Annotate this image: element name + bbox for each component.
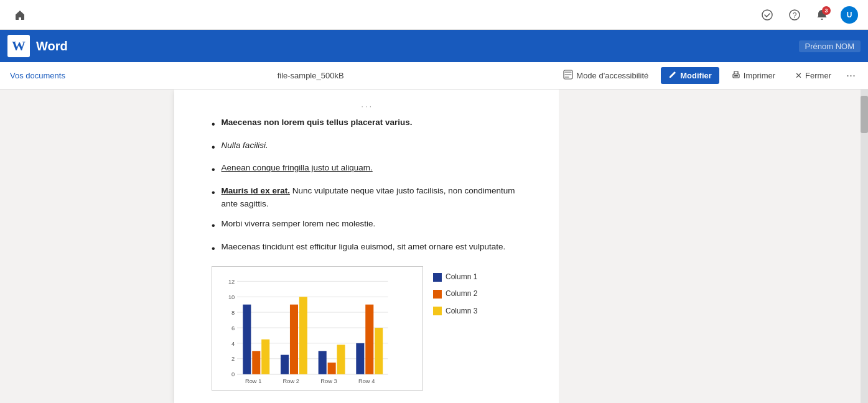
right-margin (559, 90, 869, 403)
scrollbar[interactable] (861, 90, 868, 403)
list-item-text: Maecenas non lorem quis tellus placerat … (222, 116, 413, 129)
svg-text:6: 6 (231, 325, 235, 331)
svg-text:0: 0 (231, 372, 235, 378)
legend-item-col3: Column 3 (433, 305, 477, 317)
x-label-row4: Row 4 (358, 378, 375, 384)
accessibility-button[interactable]: Mode d'accessibilité (556, 67, 656, 85)
svg-text:2: 2 (231, 356, 235, 363)
svg-rect-5 (734, 75, 738, 76)
legend-color-col2 (433, 290, 442, 299)
more-options-icon[interactable]: ··· (844, 69, 858, 82)
bullet-dot: • (212, 218, 215, 234)
notification-badge: 3 (822, 6, 831, 15)
svg-text:8: 8 (231, 310, 235, 316)
bar-row4-col1 (356, 343, 364, 374)
legend-label-col3: Column 3 (446, 305, 477, 317)
list-item-text: Mauris id ex erat. Nunc vulputate neque … (222, 184, 521, 211)
document-page: · · · • Maecenas non lorem quis tellus p… (174, 90, 559, 403)
bar-row3-col1 (319, 351, 327, 374)
left-margin (0, 90, 174, 403)
bullet-dot: • (212, 241, 215, 257)
legend-item-col2: Column 2 (433, 288, 477, 300)
bar-row2-col2 (290, 305, 298, 374)
print-icon (732, 70, 740, 81)
bullet-dot: • (212, 139, 215, 155)
svg-text:?: ? (793, 11, 797, 20)
underline-part: Mauris id ex erat. (222, 186, 290, 195)
list-item: • Nulla facilisi. (212, 139, 521, 155)
list-item: • Maecenas non lorem quis tellus placera… (212, 116, 521, 132)
bar-row4-col2 (365, 305, 373, 374)
chart-legend: Column 1 Column 2 Column 3 (433, 266, 477, 317)
svg-text:10: 10 (228, 294, 235, 300)
list-item: • Aenean conque fringilla justo ut aliqu… (212, 161, 521, 178)
document-content: • Maecenas non lorem quis tellus placera… (212, 116, 521, 391)
notification-icon[interactable]: 3 (813, 6, 831, 24)
list-item: • Maecenas tincidunt est efficitur ligul… (212, 240, 521, 257)
list-item: • Morbi viverra semper lorem nec molesti… (212, 217, 521, 234)
svg-text:12: 12 (228, 279, 235, 285)
chart-container: 12 10 8 6 4 2 0 (212, 266, 521, 391)
modifier-icon (668, 70, 677, 81)
list-item-text: Maecenas tincidunt est efficitur ligula … (222, 240, 506, 254)
legend-label-col1: Column 1 (446, 271, 477, 283)
bullet-dot: • (212, 185, 215, 201)
system-bar: ? 3 U (0, 0, 868, 30)
document-area: · · · • Maecenas non lorem quis tellus p… (0, 90, 868, 403)
home-button[interactable] (10, 5, 30, 25)
x-label-row2: Row 2 (283, 378, 299, 384)
bar-row2-col3 (299, 297, 307, 374)
help-icon[interactable]: ? (786, 6, 803, 24)
modifier-label: Modifier (680, 71, 712, 80)
accessibility-icon (563, 70, 573, 81)
list-item-text: Morbi viverra semper lorem nec molestie. (222, 217, 376, 231)
bar-row1-col2 (252, 351, 260, 374)
legend-item-col1: Column 1 (433, 271, 477, 283)
bullet-dot: • (212, 116, 215, 132)
bar-row1-col1 (243, 305, 251, 374)
bar-chart: 12 10 8 6 4 2 0 (237, 272, 411, 384)
document-filename: file-sample_500kB (278, 71, 344, 80)
legend-label-col2: Column 2 (446, 288, 477, 300)
bullet-list: • Maecenas non lorem quis tellus placera… (212, 116, 521, 256)
bar-row3-col3 (337, 345, 345, 374)
accessibility-label: Mode d'accessibilité (576, 71, 648, 80)
list-item-text: Nulla facilisi. (222, 139, 268, 152)
legend-color-col1 (433, 273, 442, 282)
close-icon: ✕ (795, 71, 802, 80)
x-label-row3: Row 3 (320, 378, 337, 384)
close-label: Fermer (805, 71, 831, 80)
check-circle-icon[interactable] (758, 6, 776, 24)
print-button[interactable]: Imprimer (724, 67, 783, 84)
app-header: W Word Prénom NOM (0, 30, 868, 62)
chart-area: 12 10 8 6 4 2 0 (212, 266, 423, 391)
toolbar: Vos documents file-sample_500kB Mode d'a… (0, 62, 868, 90)
print-label: Imprimer (744, 71, 775, 80)
modifier-button[interactable]: Modifier (661, 67, 719, 84)
svg-point-0 (762, 10, 772, 20)
page-top-indicator: · · · (212, 102, 521, 111)
user-name: Prénom NOM (799, 40, 861, 52)
svg-text:4: 4 (231, 341, 235, 347)
x-label-row1: Row 1 (245, 378, 261, 384)
word-icon: W (7, 35, 30, 57)
vos-documents-link[interactable]: Vos documents (10, 71, 65, 80)
list-item: • Mauris id ex erat. Nunc vulputate nequ… (212, 184, 521, 211)
legend-color-col3 (433, 307, 442, 315)
bar-row1-col3 (261, 340, 269, 374)
bar-row4-col3 (375, 328, 383, 374)
list-item-text: Aenean conque fringilla justo ut aliquam… (222, 161, 373, 175)
scrollbar-thumb[interactable] (861, 96, 868, 133)
close-button[interactable]: ✕ Fermer (788, 68, 839, 83)
bar-row3-col2 (328, 363, 336, 374)
bar-row2-col1 (281, 355, 289, 374)
app-title: Word (36, 39, 68, 53)
bullet-dot: • (212, 162, 215, 178)
avatar[interactable]: U (841, 6, 858, 24)
